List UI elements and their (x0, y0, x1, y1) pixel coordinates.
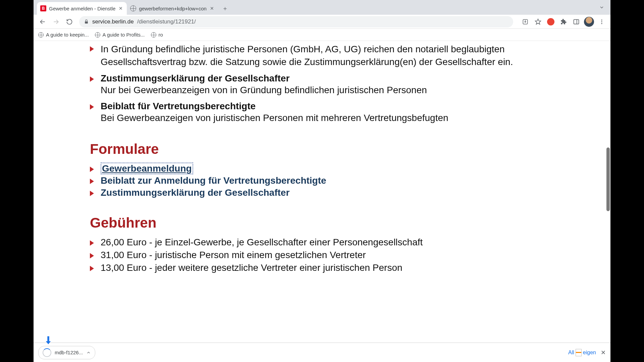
avatar[interactable] (584, 16, 594, 27)
svg-rect-6 (574, 19, 579, 24)
sidepanel-icon[interactable] (571, 16, 582, 27)
globe-icon (95, 32, 100, 38)
scrollbar[interactable] (606, 41, 610, 322)
svg-point-8 (601, 19, 602, 20)
svg-rect-11 (47, 336, 49, 341)
svg-point-10 (601, 23, 602, 24)
url-path: /dienstleistung/121921/ (137, 18, 196, 25)
form-link-zustimmung[interactable]: Zustimmungserklärung der Gesellschafter (101, 187, 289, 198)
favicon-berlin-icon: B (40, 5, 46, 11)
globe-icon (38, 32, 44, 38)
item-title: Zustimmungserklärung der Gesellschafter (101, 73, 519, 84)
all-label-post: eigen (583, 350, 596, 356)
form-link-gewerbeanmeldung[interactable]: Gewerbeanmeldung (101, 163, 193, 174)
download-filename: mdb-f1226... (55, 350, 83, 355)
tabs-overflow-icon[interactable] (599, 5, 604, 10)
bookmark-label: ro (159, 32, 163, 38)
fee-item: 26,00 Euro - je Einzel-Gewerbe, je Gesel… (90, 237, 519, 248)
tab-inactive[interactable]: gewerbeformen+kdp+low+con ✕ (127, 2, 218, 15)
bookmark-item[interactable]: ro (151, 32, 163, 38)
bookmark-item[interactable]: A guide to keepin... (38, 32, 89, 38)
extension-red-icon[interactable] (545, 16, 556, 27)
list-item: Gewerbeanmeldung (90, 163, 519, 174)
item-desc: Nur bei Gewerbeanzeigen von in Gründung … (101, 84, 519, 97)
forward-button[interactable] (50, 16, 62, 27)
svg-rect-2 (85, 21, 88, 23)
download-progress-icon (43, 348, 51, 357)
tab-strip: B Gewerbe anmelden - Dienstle ✕ gewerbef… (34, 0, 610, 15)
svg-marker-5 (535, 19, 541, 24)
tab-title: Gewerbe anmelden - Dienstle (49, 6, 115, 11)
section-heading-gebuehren: Gebühren (90, 215, 519, 231)
favicon-globe-icon (130, 5, 136, 11)
section-heading-formulare: Formulare (90, 141, 519, 157)
list-item: Beiblatt zur Anmeldung für Vertretungsbe… (90, 175, 519, 186)
list-item: Beiblatt für Vertretungsberechtigte Bei … (90, 101, 519, 124)
page-content: In Gründung befindliche juristische Pers… (90, 41, 519, 273)
close-icon[interactable]: ✕ (601, 349, 606, 356)
toolbar-actions (520, 16, 607, 27)
svg-point-9 (601, 21, 602, 22)
page-viewport: In Gründung befindliche juristische Pers… (34, 41, 610, 343)
chevron-up-icon[interactable] (86, 350, 91, 355)
tab-title: gewerbeformen+kdp+low+con (139, 6, 206, 11)
list-item: Zustimmungserklärung der Gesellschafter … (90, 73, 519, 97)
svg-marker-12 (46, 341, 51, 344)
show-all-downloads-button[interactable]: All eigen (568, 349, 596, 356)
bookmark-label: A guide to keepin... (46, 32, 89, 38)
all-label-pre: All (568, 350, 574, 356)
scrollbar-thumb[interactable] (606, 147, 610, 211)
tab-active[interactable]: B Gewerbe anmelden - Dienstle ✕ (37, 2, 127, 15)
doc-thumb-icon (576, 349, 582, 356)
item-desc: Bei Gewerbeanzeigen von juristischen Per… (101, 112, 519, 124)
list-item: Zustimmungserklärung der Gesellschafter (90, 187, 519, 198)
close-icon[interactable]: ✕ (209, 6, 215, 11)
download-arrow-icon (45, 336, 52, 346)
letterbox-background: B Gewerbe anmelden - Dienstle ✕ gewerbef… (0, 0, 644, 362)
intro-paragraph: In Gründung befindliche juristische Pers… (101, 44, 513, 67)
fee-item: 31,00 Euro - juristische Person mit eine… (90, 250, 519, 260)
fee-item: 13,00 Euro - jeder weitere gesetzliche V… (90, 262, 519, 273)
bookmark-star-icon[interactable] (533, 16, 543, 27)
download-item[interactable]: mdb-f1226... (38, 346, 95, 359)
download-shelf: mdb-f1226... All eigen ✕ (34, 343, 610, 362)
reload-button[interactable] (64, 16, 75, 27)
browser-window: B Gewerbe anmelden - Dienstle ✕ gewerbef… (34, 0, 610, 362)
install-icon[interactable] (520, 16, 531, 27)
url-host: service.berlin.de (92, 18, 134, 25)
back-button[interactable] (37, 16, 48, 27)
list-item: In Gründung befindliche juristische Pers… (90, 43, 519, 68)
toolbar: service.berlin.de/dienstleistung/121921/ (34, 15, 610, 29)
close-icon[interactable]: ✕ (118, 6, 123, 11)
item-title: Beiblatt für Vertretungsberechtigte (101, 101, 519, 112)
globe-icon (151, 32, 156, 38)
menu-icon[interactable] (596, 16, 607, 27)
form-link-beiblatt[interactable]: Beiblatt zur Anmeldung für Vertretungsbe… (101, 175, 326, 186)
address-bar[interactable]: service.berlin.de/dienstleistung/121921/ (79, 16, 513, 27)
extensions-icon[interactable] (558, 16, 569, 27)
bookmark-label: A guide to Profits... (103, 32, 145, 38)
new-tab-button[interactable]: ＋ (220, 3, 230, 13)
bookmark-item[interactable]: A guide to Profits... (95, 32, 145, 38)
bookmarks-bar: A guide to keepin... A guide to Profits.… (34, 29, 610, 41)
lock-icon (84, 19, 89, 24)
